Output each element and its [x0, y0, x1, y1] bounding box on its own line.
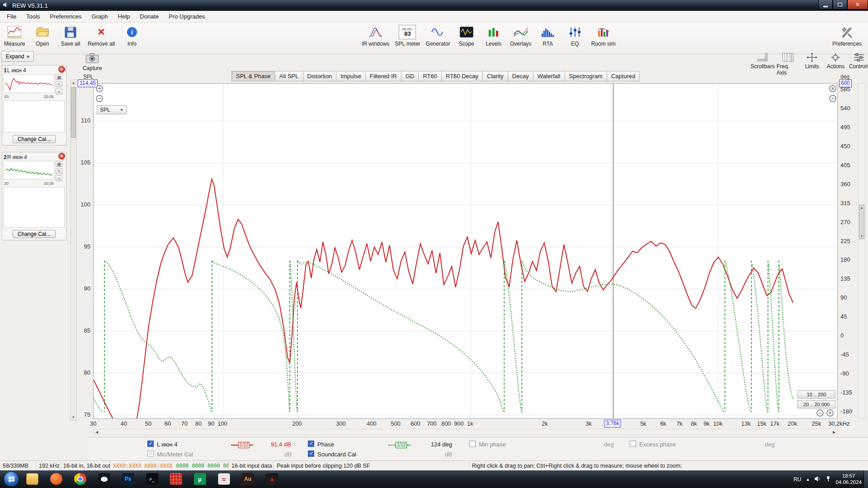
tab-distortion[interactable]: Distortion: [303, 71, 336, 81]
range-10-200-button[interactable]: 10 .. 200: [797, 390, 835, 399]
taskbar-clock[interactable]: 18:57 04.06.2024: [835, 473, 862, 486]
measurement-panel-2[interactable]: 2R июн 4✕▦✎≡2020,0kChange Cal...: [2, 152, 66, 240]
room-sim-button[interactable]: Room sim: [591, 24, 616, 47]
remove-all-button[interactable]: ✕ Remove all: [88, 24, 115, 47]
scrollbar-thumb[interactable]: [71, 87, 76, 138]
maximize-button[interactable]: [833, 0, 847, 9]
spl-smoothing-chip[interactable]: 1/12: [231, 442, 253, 448]
measurement-thumbnail[interactable]: [4, 161, 54, 180]
tab-captured[interactable]: Captured: [607, 71, 640, 81]
tab-waterfall[interactable]: Waterfall: [533, 71, 565, 81]
change-cal-button[interactable]: Change Cal...: [13, 135, 56, 143]
tab-all-spl[interactable]: All SPL: [275, 71, 303, 81]
taskbar-icon-amd[interactable]: a: [263, 471, 280, 487]
tab-clarity[interactable]: Clarity: [482, 71, 508, 81]
eq-button[interactable]: EQ: [564, 24, 586, 47]
open-button[interactable]: Open: [32, 24, 53, 47]
zoom-in-right-icon[interactable]: +: [829, 85, 836, 92]
measurement-thumbnail[interactable]: [4, 74, 54, 93]
taskbar-icon-cat[interactable]: [95, 471, 113, 487]
controls-button[interactable]: Controls: [849, 52, 868, 76]
preferences-button[interactable]: Preferences: [832, 24, 862, 47]
taskbar-icon-rew[interactable]: ≈: [215, 471, 232, 487]
expand-button[interactable]: Expand »: [1, 51, 34, 62]
taskbar-icon-terminal[interactable]: >_: [143, 471, 160, 487]
zoom-out-left-icon[interactable]: −: [96, 95, 103, 102]
menu-pro-upgrades[interactable]: Pro Upgrades: [164, 12, 210, 21]
measurement-notes-button[interactable]: ≡: [56, 175, 62, 181]
power-plug-icon[interactable]: [826, 475, 831, 483]
scope-button[interactable]: Scope: [456, 24, 477, 47]
phase-checkbox[interactable]: [308, 441, 314, 447]
taskbar-icon-orange[interactable]: [47, 471, 65, 487]
tab-impulse[interactable]: Impulse: [336, 71, 365, 81]
mic-cal-checkbox[interactable]: [147, 450, 154, 457]
ir-windows-button[interactable]: IR windows: [362, 24, 389, 47]
taskbar-icon-photoshop[interactable]: Ps: [119, 471, 137, 487]
taskbar-icon-chrome[interactable]: [71, 471, 89, 487]
range-20-20000-button[interactable]: 20 .. 20 000: [797, 400, 835, 408]
measure-button[interactable]: Measure: [4, 24, 25, 47]
measurement-close-button[interactable]: ✕: [58, 66, 65, 73]
menu-tools[interactable]: Tools: [21, 12, 45, 21]
phase-smoothing-chip[interactable]: 1/12: [388, 442, 410, 448]
scroll-left-icon[interactable]: ◀: [94, 429, 100, 435]
tab-spl-phase[interactable]: SPL & Phase: [231, 71, 275, 81]
taskbar-icon-utorrent[interactable]: µ: [191, 471, 208, 487]
measurement-notes-button[interactable]: ≡: [56, 89, 62, 94]
excess-phase-checkbox[interactable]: [630, 441, 636, 447]
tab-gd[interactable]: GD: [401, 71, 419, 81]
vscroll-thumb[interactable]: ▲▼: [859, 205, 864, 239]
minimize-button[interactable]: [818, 0, 833, 9]
language-indicator[interactable]: RU: [793, 476, 801, 483]
graph-mode-select[interactable]: SPL ▼: [97, 105, 127, 114]
min-phase-checkbox[interactable]: [469, 441, 476, 447]
tab-spectrogram[interactable]: Spectrogram: [565, 71, 607, 81]
overlays-button[interactable]: Overlays: [510, 24, 532, 47]
save-all-button[interactable]: Save all: [60, 24, 81, 47]
scroll-up-icon[interactable]: ▲: [71, 80, 76, 86]
menu-graph[interactable]: Graph: [86, 12, 113, 21]
measurement-edit-button[interactable]: ✎: [56, 168, 62, 174]
trace-checkbox[interactable]: [147, 441, 154, 447]
measurement-notes-box[interactable]: [4, 100, 65, 133]
tab-rt60-decay[interactable]: RT60 Decay: [441, 71, 482, 81]
zoom-out-right-icon[interactable]: −: [829, 95, 836, 102]
menu-help[interactable]: Help: [113, 12, 135, 21]
spl-meter-button[interactable]: dB SPL83 SPL meter: [395, 24, 420, 47]
zoom-out-x-icon[interactable]: −: [816, 409, 824, 417]
info-button[interactable]: i Info: [121, 24, 143, 47]
menu-donate[interactable]: Donate: [135, 12, 164, 21]
hidden-icons-icon[interactable]: ▲: [806, 477, 810, 482]
change-cal-button[interactable]: Change Cal...: [13, 230, 56, 238]
zoom-in-left-icon[interactable]: +: [96, 85, 103, 92]
measurement-graph-button[interactable]: ▦: [56, 74, 62, 80]
actions-button[interactable]: Actions: [825, 52, 846, 76]
limits-button[interactable]: Limits: [802, 52, 822, 76]
measurement-edit-button[interactable]: ✎: [56, 81, 62, 87]
menu-preferences[interactable]: Preferences: [45, 12, 86, 21]
measurement-graph-button[interactable]: ▦: [56, 161, 62, 167]
show-desktop-button[interactable]: [863, 470, 868, 488]
start-button[interactable]: [4, 471, 19, 487]
rta-button[interactable]: RTA: [537, 24, 559, 47]
scrollbars-button[interactable]: Scrollbars: [751, 52, 774, 76]
measurement-panel-1[interactable]: 1L июн 4✕▦✎≡2020,0kChange Cal...: [2, 65, 66, 145]
tab-filtered-ir[interactable]: Filtered IR: [365, 71, 401, 81]
spl-phase-chart[interactable]: [93, 83, 838, 419]
generator-button[interactable]: Generator: [426, 24, 450, 47]
taskbar-icon-audition[interactable]: Au: [239, 471, 256, 487]
tab-decay[interactable]: Decay: [508, 71, 533, 81]
volume-icon[interactable]: [814, 475, 821, 483]
close-button[interactable]: ✕: [847, 0, 868, 9]
horizontal-scrollbar[interactable]: ◀ ▶: [93, 429, 838, 435]
measurement-notes-box[interactable]: [4, 187, 65, 228]
zoom-in-x-icon[interactable]: +: [826, 409, 834, 417]
soundcard-cal-checkbox[interactable]: [308, 450, 314, 457]
taskbar-icon-explorer[interactable]: [24, 471, 41, 487]
measurement-close-button[interactable]: ✕: [58, 153, 65, 160]
capture-button[interactable]: Capture: [80, 52, 105, 71]
levels-button[interactable]: Levels: [483, 24, 505, 47]
vertical-scrollbar[interactable]: ▲▼: [858, 83, 865, 419]
menu-file[interactable]: File: [2, 12, 21, 21]
